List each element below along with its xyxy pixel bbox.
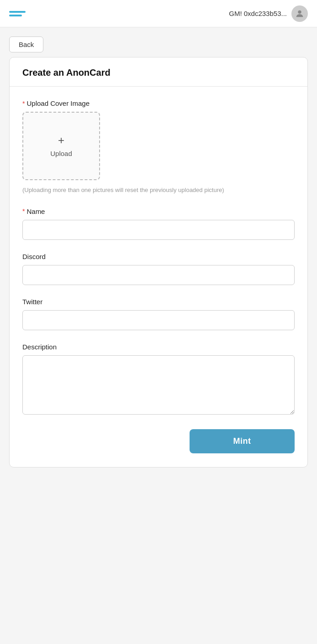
name-label: * Name: [22, 208, 295, 215]
discord-field-group: Discord: [22, 253, 295, 285]
name-field-group: * Name: [22, 208, 295, 240]
mint-button-wrapper: Mint: [22, 429, 295, 453]
create-anoncard-card: Create an AnonCard * Upload Cover Image …: [9, 57, 308, 467]
upload-hint: (Uploading more than one pictures will r…: [22, 186, 242, 195]
name-input[interactable]: [22, 220, 295, 240]
required-star-name: *: [22, 208, 25, 215]
required-star-upload: *: [22, 100, 25, 107]
description-label: Description: [22, 343, 295, 351]
upload-button-label: Upload: [50, 150, 72, 157]
upload-field-group: * Upload Cover Image + Upload (Uploading…: [22, 99, 295, 195]
avatar[interactable]: [291, 5, 308, 22]
description-textarea[interactable]: [22, 355, 295, 415]
card-header: Create an AnonCard: [10, 57, 307, 87]
upload-label: * Upload Cover Image: [22, 99, 295, 107]
twitter-field-group: Twitter: [22, 298, 295, 330]
logo-bar-top: [9, 11, 26, 13]
twitter-input[interactable]: [22, 310, 295, 330]
app-header: GM! 0xdc233b53...: [0, 0, 317, 27]
mint-button[interactable]: Mint: [190, 429, 295, 453]
logo-icon[interactable]: [9, 11, 26, 16]
logo-bar-bottom: [9, 15, 22, 16]
wallet-address: GM! 0xdc233b53...: [229, 10, 287, 17]
description-field-group: Description: [22, 343, 295, 416]
svg-point-0: [298, 10, 301, 13]
back-area: Back: [0, 27, 317, 57]
discord-label: Discord: [22, 253, 295, 260]
upload-box[interactable]: + Upload: [22, 112, 100, 180]
twitter-label: Twitter: [22, 298, 295, 306]
page-title: Create an AnonCard: [22, 68, 295, 78]
plus-icon: +: [58, 135, 64, 146]
card-body: * Upload Cover Image + Upload (Uploading…: [10, 87, 307, 467]
back-button[interactable]: Back: [9, 36, 43, 52]
header-right: GM! 0xdc233b53...: [229, 5, 308, 22]
discord-input[interactable]: [22, 265, 295, 285]
